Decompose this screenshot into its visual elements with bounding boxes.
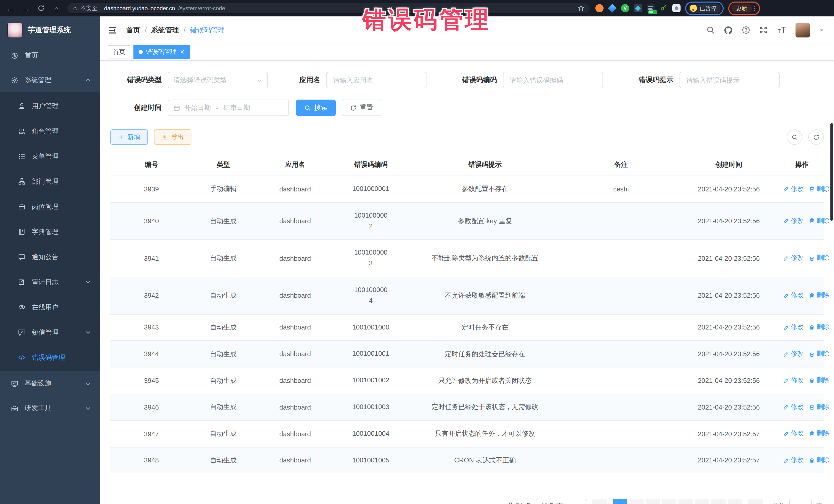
sidebar-item-system[interactable]: 系统管理 [0,68,100,92]
page-tab-inactive[interactable]: 首页 [108,45,130,59]
cell-app-name: dashboard [254,367,336,394]
cell-remark [565,277,678,314]
window-scrollbar-thumb[interactable] [830,123,833,221]
breadcrumb-item[interactable]: 系统管理 [151,25,179,35]
page-button-4[interactable]: 4 [662,499,676,504]
delete-link[interactable]: 删除 [809,350,829,358]
list-icon [18,152,26,160]
edit-link-label: 修改 [791,456,804,464]
edit-link[interactable]: 修改 [783,429,804,438]
app-name-input[interactable] [332,76,421,84]
page-button-2[interactable]: 2 [629,499,643,504]
help-icon[interactable] [742,26,750,35]
delete-link[interactable]: 删除 [809,184,829,193]
collapse-sidebar-icon[interactable] [108,25,117,35]
fullscreen-icon[interactable] [759,26,768,35]
breadcrumb-item[interactable]: 首页 [126,25,140,35]
bookmark-star-icon[interactable] [577,5,585,12]
delete-link[interactable]: 删除 [809,254,829,263]
export-button[interactable]: 导出 [154,129,192,145]
sidebar-item-home[interactable]: 首页 [0,43,100,68]
sidebar-item-post[interactable]: 岗位管理 [0,194,100,219]
edit-link[interactable]: 修改 [783,323,804,332]
header-search-icon[interactable] [706,26,715,35]
reset-button[interactable]: 重置 [342,100,381,116]
prev-page-button[interactable] [592,499,607,504]
github-icon[interactable] [724,25,733,35]
page-button-6[interactable]: 6 [695,499,709,504]
profile-paused-chip[interactable]: 已暂停 [688,3,721,13]
next-page-button[interactable] [748,499,763,504]
date-range-picker[interactable]: 开始日期 - 结束日期 [168,100,289,116]
extension-switch-icon[interactable]: on [647,4,655,12]
cell-error-hint: CRON 表达式不正确 [405,447,565,474]
column-header: 类型 [193,154,254,176]
sidebar-item-dict[interactable]: 字典管理 [0,219,100,244]
browser-forward-icon[interactable]: → [21,4,31,13]
error-code-input[interactable] [509,76,597,84]
extension-ghost-icon[interactable] [595,4,603,12]
error-hint-input[interactable] [685,76,774,84]
page-size-select[interactable]: 10条/页 [536,499,587,504]
table-row: 3943自动生成dashboard1001001000定时任务不存在2021-0… [110,314,824,341]
browser-reload-icon[interactable] [36,5,46,12]
search-button[interactable]: 搜索 [296,100,336,116]
page-button-5[interactable]: 5 [679,499,693,504]
browser-back-icon[interactable]: ← [5,4,15,13]
delete-link[interactable]: 删除 [809,323,829,332]
browser-menu-icon[interactable]: ••• [753,5,755,11]
edit-link[interactable]: 修改 [783,184,804,193]
page-button-3[interactable]: 3 [646,499,660,504]
user-icon [18,102,26,110]
app-logo-row[interactable]: 芋道管理系统 [0,17,100,43]
filter-error-code: 错误码编码 [448,72,603,88]
refresh-table-button[interactable] [808,129,824,145]
page-tab-active[interactable]: 错误码管理 [133,45,190,59]
goto-page-input[interactable] [789,499,812,504]
delete-link[interactable]: 删除 [809,217,829,225]
close-tab-icon[interactable] [180,49,185,54]
delete-link[interactable]: 删除 [809,376,829,385]
sidebar-item-devtools[interactable]: 研发工具 [0,396,100,420]
sidebar-item-online-user[interactable]: 在线用户 [0,294,100,320]
delete-link[interactable]: 删除 [809,429,829,438]
delete-link[interactable]: 删除 [809,291,829,300]
edit-link[interactable]: 修改 [783,291,804,300]
sidebar-item-infra[interactable]: 基础设施 [0,371,100,396]
sidebar-item-error-code[interactable]: 错误码管理 [0,345,100,370]
extension-gem-icon[interactable] [608,4,616,12]
more-pages-button[interactable]: ••• [711,499,726,504]
sidebar-item-sms[interactable]: 短信管理 [0,320,100,345]
sidebar-item-menu[interactable]: 菜单管理 [0,144,100,169]
edit-link[interactable]: 修改 [783,350,804,358]
app-name-label: 应用名 [289,75,320,85]
edit-link[interactable]: 修改 [783,217,804,225]
add-button[interactable]: 新增 [110,129,148,145]
font-size-icon[interactable] [776,26,787,35]
avatar-caret-icon[interactable] [819,27,825,33]
address-bar[interactable]: ⚠ 不安全 dashboard.yudao.iocoder.cn /system… [67,3,590,14]
delete-link[interactable]: 删除 [809,456,829,464]
sidebar-item-audit-log[interactable]: 审计日志 [0,269,100,294]
page-button-1[interactable]: 1 [613,499,627,504]
show-search-toggle-button[interactable] [787,129,802,145]
browser-update-button[interactable]: 更新 [731,3,752,13]
edit-link[interactable]: 修改 [783,254,804,263]
briefcase-icon [18,203,26,211]
sidebar-item-role[interactable]: 角色管理 [0,118,100,144]
page-button-8[interactable]: 8 [728,499,742,504]
user-avatar[interactable] [795,23,810,37]
extensions-puzzle-icon[interactable] [672,4,681,12]
extension-grid-icon[interactable] [634,4,642,12]
sidebar-item-dept[interactable]: 部门管理 [0,169,100,194]
delete-link[interactable]: 删除 [809,403,829,411]
sidebar-item-notice[interactable]: 通知公告 [0,244,100,269]
error-type-select[interactable]: 请选择错误码类型 [168,72,268,88]
extension-key-icon[interactable] [659,4,668,12]
edit-link[interactable]: 修改 [783,376,804,385]
sidebar-item-user[interactable]: 用户管理 [0,93,100,118]
edit-link[interactable]: 修改 [783,403,804,411]
extension-v-icon[interactable]: V [621,4,629,12]
edit-link[interactable]: 修改 [783,456,804,464]
browser-home-icon[interactable]: ⌂ [51,4,62,13]
